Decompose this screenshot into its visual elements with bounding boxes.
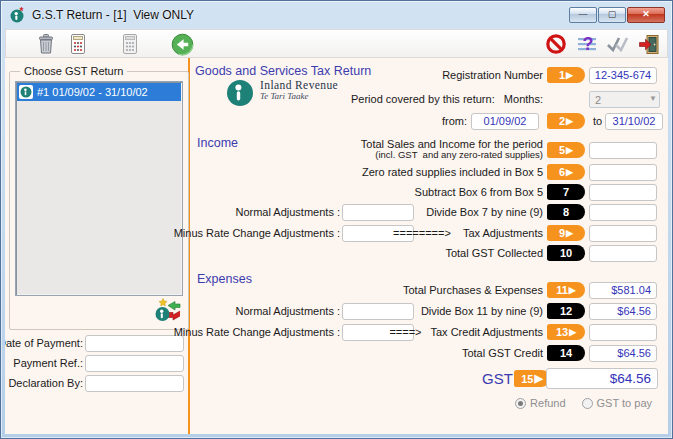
svg-text:?: ?	[583, 34, 594, 54]
box-8-row: Normal Adjustments : Divide Box 7 by nin…	[5, 204, 668, 222]
box-10-field[interactable]	[589, 245, 657, 262]
box-11-row: Total Purchases & Expenses 11▶ $581.04	[5, 282, 668, 300]
refund-radio-option[interactable]: Refund	[515, 397, 565, 409]
box-5-row: Total Sales and Income for the period(in…	[5, 142, 668, 160]
registration-row: Registration Number 1▶ 12-345-674	[5, 67, 668, 85]
report-color-icon	[68, 33, 88, 55]
box-12-label: Divide Box 11 by nine (9)	[421, 305, 543, 317]
close-button[interactable]: ✕	[627, 7, 665, 23]
box-7-row: Subtract Box 6 from Box 5 7	[5, 184, 668, 202]
box-13-label: ====> Tax Credit Adjustments	[389, 326, 543, 338]
gst-to-pay-radio-option[interactable]: GST to pay	[582, 397, 652, 409]
box-7-badge: 7	[547, 184, 585, 200]
months-combobox[interactable]: 2 ▼	[589, 91, 660, 108]
help-button[interactable]: ?	[575, 32, 599, 56]
arrow-icon: ▶	[569, 285, 576, 294]
exit-icon	[638, 33, 661, 56]
arrow-icon: ▶	[566, 228, 573, 237]
from-label: from:	[442, 115, 467, 127]
box-5-field[interactable]	[589, 142, 657, 159]
income-normal-adjustments-field[interactable]	[342, 204, 414, 221]
box-7-label: Subtract Box 6 from Box 5	[415, 186, 543, 198]
registration-label: Registration Number	[442, 69, 543, 81]
box-13-row: Minus Rate Change Adjustments : ====> Ta…	[5, 324, 668, 342]
box-6-label: Zero rated supplies included in Box 5	[362, 166, 543, 178]
open-return-button[interactable]	[66, 32, 90, 56]
trash-icon	[36, 33, 56, 55]
box-14-label: Total GST Credit	[462, 347, 543, 359]
box-12-row: Normal Adjustments : Divide Box 11 by ni…	[5, 303, 668, 321]
box-9-field[interactable]	[589, 225, 657, 242]
box-2-badge: 2▶	[547, 113, 585, 129]
window-title: G.S.T Return - [1] View ONLY	[32, 8, 194, 22]
app-window: * G.S.T Return - [1] View ONLY — ▢ ✕	[0, 0, 673, 439]
app-logo-icon: *	[10, 7, 26, 23]
box-6-row: Zero rated supplies included in Box 5 6▶	[5, 164, 668, 182]
title-bar[interactable]: * G.S.T Return - [1] View ONLY — ▢ ✕	[1, 1, 672, 29]
box-8-badge: 8	[547, 204, 585, 220]
expenses-rate-change-adjustments-label: Minus Rate Change Adjustments :	[174, 326, 340, 338]
box-9-row: Minus Rate Change Adjustments : ========…	[5, 225, 668, 243]
box-9-badge: 9▶	[547, 225, 585, 241]
toolbar: ?	[5, 29, 668, 58]
box-11-badge: 11▶	[547, 282, 585, 298]
box-10-row: Total GST Collected 10	[5, 245, 668, 263]
box-11-label: Total Purchases & Expenses	[403, 284, 543, 296]
confirm-all-button[interactable]	[606, 32, 630, 56]
box-5-badge: 5▶	[547, 142, 585, 158]
box-14-row: Total GST Credit 14 $64.56	[5, 345, 668, 363]
box-6-field[interactable]	[589, 164, 657, 181]
registration-field[interactable]: 12-345-674	[589, 67, 657, 84]
to-label: to	[593, 115, 602, 127]
gst-total-field[interactable]: $64.56	[546, 368, 658, 389]
box-10-badge: 10	[547, 245, 585, 261]
chevron-down-icon: ▼	[649, 94, 657, 103]
from-date-field[interactable]: 01/09/02	[471, 113, 539, 130]
box-12-badge: 12	[547, 303, 585, 319]
arrow-icon: ▶	[566, 145, 573, 154]
arrow-icon: ▶	[534, 372, 542, 385]
box-14-field[interactable]: $64.56	[589, 345, 657, 362]
maximize-button[interactable]: ▢	[598, 7, 626, 23]
svg-text:*: *	[20, 7, 24, 17]
gst-to-pay-radio-icon[interactable]	[582, 398, 593, 409]
period-row: Period covered by this return: Months: 2…	[5, 91, 668, 109]
cancel-icon	[545, 33, 567, 55]
months-value: 2	[595, 94, 601, 106]
income-rate-change-adjustments-label: Minus Rate Change Adjustments :	[174, 227, 340, 239]
new-return-button[interactable]	[118, 32, 142, 56]
box-9-label: ========> Tax Adjustments	[393, 227, 543, 239]
refund-radio-icon[interactable]	[515, 398, 526, 409]
help-icon: ?	[576, 33, 598, 55]
box-8-label: Divide Box 7 by nine (9)	[426, 206, 543, 218]
arrow-icon: ▶	[566, 70, 573, 79]
to-date-field[interactable]: 31/10/02	[605, 113, 663, 130]
gst-label: GST	[482, 370, 513, 387]
box-15-badge: 15▶	[514, 370, 550, 387]
box-12-field[interactable]: $64.56	[589, 303, 657, 320]
refund-radio-label: Refund	[530, 397, 565, 409]
box-7-field[interactable]	[589, 184, 657, 201]
minimize-button[interactable]: —	[569, 7, 597, 23]
client-area: Choose GST Return #1 01/09/02 - 31/10/02	[5, 58, 668, 434]
box-5-sublabel: (incl. GST and any zero-rated supplies)	[375, 149, 543, 160]
cancel-button[interactable]	[544, 32, 568, 56]
box-13-field[interactable]	[589, 324, 657, 341]
expenses-normal-adjustments-label: Normal Adjustments :	[235, 305, 340, 317]
date-range-row: from: 01/09/02 2▶ to 31/10/02	[5, 113, 668, 131]
gst-result-radios: Refund GST to pay	[515, 397, 652, 409]
months-label: Months:	[504, 93, 543, 105]
gst-total-row: GST 15▶ $64.56	[5, 369, 668, 387]
gst-to-pay-radio-label: GST to pay	[597, 397, 652, 409]
exit-button[interactable]	[637, 32, 661, 56]
box-8-field[interactable]	[589, 204, 657, 221]
expenses-normal-adjustments-field[interactable]	[342, 303, 414, 320]
box-1-badge: 1▶	[547, 67, 585, 83]
back-button[interactable]	[170, 32, 194, 56]
delete-button[interactable]	[34, 32, 58, 56]
box-11-field[interactable]: $581.04	[589, 282, 657, 299]
box-14-badge: 14	[547, 345, 585, 361]
back-icon	[171, 33, 194, 56]
box-13-badge: 13▶	[547, 324, 585, 340]
box-10-label: Total GST Collected	[445, 247, 543, 259]
